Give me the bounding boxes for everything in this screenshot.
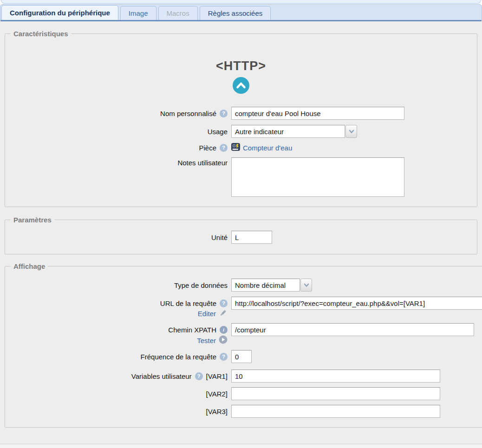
pencil-icon[interactable] [219, 309, 228, 318]
var1-input[interactable] [231, 370, 440, 383]
section-caracteristiques-legend: Caractéristiques [11, 30, 71, 38]
piece-label: Pièce [199, 144, 216, 152]
field-row-type-donnees: Type de données Nombre décimal [5, 279, 482, 292]
section-affichage: Affichage Type de données Nombre décimal… [5, 262, 482, 428]
question-icon[interactable]: ? [195, 372, 203, 380]
type-donnees-label: Type de données [174, 281, 228, 289]
url-label: URL de la requête [160, 299, 216, 307]
field-row-notes: Notes utilisateur [5, 157, 477, 197]
field-row-var1: Variables utilisateur ? [VAR1] [5, 370, 482, 383]
field-row-nom: Nom personnalisé ? [5, 107, 477, 120]
question-icon[interactable]: ? [220, 353, 228, 361]
url-input[interactable] [231, 297, 482, 310]
section-caracteristiques: Caractéristiques <HTTP> Nom personnalisé… [5, 30, 477, 207]
unite-label: Unité [211, 234, 228, 241]
device-config-panel: Caractéristiques <HTTP> Nom personnalisé… [0, 20, 482, 444]
notes-label: Notes utilisateur [177, 159, 228, 167]
field-row-unite: Unité [5, 231, 477, 244]
field-row-var3: [VAR3] [5, 405, 482, 418]
field-row-url: URL de la requête ? [5, 297, 482, 310]
type-donnees-select-value[interactable]: Nombre décimal [231, 279, 300, 292]
tab-regles-associees[interactable]: Règles associées [200, 6, 271, 20]
notes-textarea[interactable] [231, 157, 404, 197]
field-row-frequence: Fréquence de la requête ? [5, 350, 482, 363]
tab-image[interactable]: Image [120, 6, 156, 20]
usage-label: Usage [208, 128, 228, 136]
var3-name-label: [VAR3] [206, 408, 228, 416]
previous-panel-edge [1, 0, 481, 4]
unite-input[interactable] [231, 231, 272, 244]
meter-icon [231, 143, 240, 152]
xpath-label: Chemin XPATH [168, 326, 216, 334]
var2-name-label: [VAR2] [206, 390, 228, 398]
tab-configuration-peripherique[interactable]: Configuration du périphérique [1, 5, 118, 20]
field-row-xpath: Chemin XPATH i [5, 323, 482, 336]
var3-input[interactable] [231, 405, 440, 418]
editer-row: Editer [5, 309, 228, 318]
frequence-label: Fréquence de la requête [141, 353, 216, 361]
type-donnees-select-arrow-button[interactable] [300, 279, 312, 292]
tab-bar: Configuration du périphérique Image Macr… [0, 4, 482, 20]
question-icon[interactable]: ? [220, 110, 228, 117]
var2-input[interactable] [231, 387, 440, 400]
play-circle-icon[interactable] [219, 335, 228, 345]
frequence-input[interactable] [231, 350, 252, 363]
chevron-up-circle-icon [5, 77, 477, 96]
tester-link[interactable]: Tester [197, 337, 216, 344]
type-donnees-select[interactable]: Nombre décimal [231, 279, 312, 292]
variables-label: Variables utilisateur [131, 372, 192, 380]
tester-row: Tester [5, 335, 228, 345]
question-icon[interactable]: ? [220, 299, 228, 307]
info-icon[interactable]: i [220, 326, 228, 334]
section-affichage-legend: Affichage [11, 262, 48, 270]
tab-macros: Macros [158, 6, 198, 20]
chevron-down-icon [348, 128, 355, 135]
field-row-var2: [VAR2] [5, 387, 482, 400]
section-parametres-legend: Paramètres [11, 216, 54, 224]
nom-input[interactable] [231, 107, 404, 120]
field-row-usage: Usage Autre indicateur [5, 125, 477, 138]
room-link[interactable]: Compteur d'eau [231, 143, 292, 152]
usage-select-value[interactable]: Autre indicateur [231, 125, 345, 138]
device-type-label: <HTTP> [5, 59, 477, 73]
var1-name-label: [VAR1] [206, 372, 228, 380]
page-bottom-strip [0, 444, 482, 448]
section-parametres: Paramètres Unité [5, 216, 477, 254]
room-link-label: Compteur d'eau [243, 144, 292, 152]
device-logo: <HTTP> [5, 59, 477, 96]
chevron-down-icon [303, 282, 310, 288]
nom-label: Nom personnalisé [160, 110, 216, 117]
usage-select[interactable]: Autre indicateur [231, 125, 357, 138]
field-row-piece: Pièce ? [5, 143, 477, 152]
xpath-input[interactable] [231, 323, 474, 336]
question-icon[interactable]: ? [220, 144, 228, 152]
usage-select-arrow-button[interactable] [345, 125, 357, 138]
editer-link[interactable]: Editer [198, 310, 216, 318]
